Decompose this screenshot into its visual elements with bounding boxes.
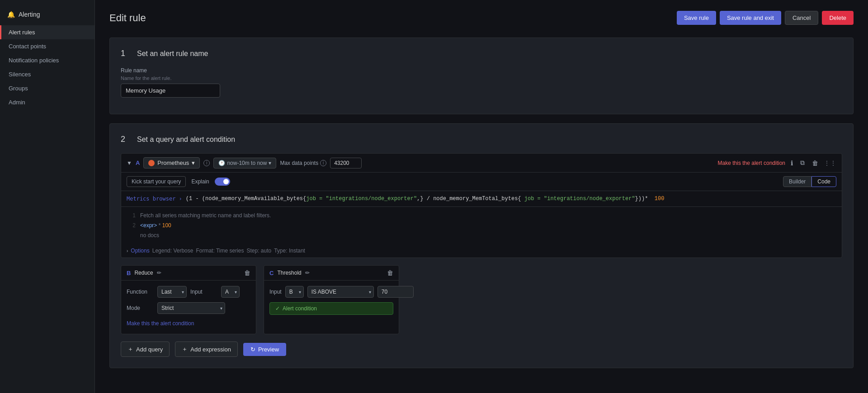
code-mode-button[interactable]: Code [811,176,836,187]
plus-icon-expression: ＋ [182,345,188,353]
expr-c-delete-icon[interactable]: 🗑 [387,269,393,276]
operator-select[interactable]: IS ABOVE IS BELOW IS WITHIN RANGE IS OUT… [307,286,374,298]
expr-b-edit-icon[interactable]: ✏ [157,270,161,276]
query-a-toolbar: Kick start your query Explain Builder Co… [121,173,842,191]
options-label: Options [131,248,149,254]
function-label: Function [127,289,154,295]
input-label-b: Input [190,289,217,295]
expr-card-c-header: C Threshold ✏ 🗑 [264,266,399,281]
save-rule-exit-button[interactable]: Save rule and exit [720,11,781,25]
main-header: Edit rule Save rule Save rule and exit C… [109,11,854,25]
section-1-title: Set an alert rule name [137,49,208,58]
builder-mode-button[interactable]: Builder [783,176,811,187]
sidebar-title: 🔔 Alerting [0,7,94,25]
sidebar-item-groups[interactable]: Groups [0,81,94,95]
sidebar-item-alert-rules[interactable]: Alert rules [0,25,94,39]
query-a-container: ▼ A Prometheus ▾ i 🕐 now-10m to now ▾ Ma… [121,153,842,258]
page-title: Edit rule [109,12,146,24]
sidebar-item-notification-policies[interactable]: Notification policies [0,53,94,67]
bottom-actions: ＋ Add query ＋ Add expression ↻ Preview [121,342,842,357]
cancel-button[interactable]: Cancel [785,11,818,25]
plus-icon-query: ＋ [127,345,133,353]
query-code[interactable]: (1 - (node_memory_MemAvailable_bytes{job… [186,196,836,202]
hint-2-note: no docs [140,232,159,239]
explain-toggle[interactable] [215,178,230,186]
expr-c-edit-icon[interactable]: ✏ [305,270,310,276]
query-a-info-icon[interactable]: ℹ [789,159,795,168]
kick-start-button[interactable]: Kick start your query [127,176,186,187]
rule-name-label: Rule name [121,67,842,74]
function-select[interactable]: Last Mean Sum Min Max Count First [157,286,187,298]
save-rule-button[interactable]: Save rule [677,11,716,25]
preview-button[interactable]: ↻ Preview [243,343,286,356]
section-1: 1 Set an alert rule name Rule name Name … [109,37,854,114]
threshold-value-input[interactable] [377,286,414,298]
datasource-info-icon[interactable]: i [203,160,210,166]
expr-c-input-row: Input B A C IS ABOVE IS BELOW [269,286,393,298]
alert-condition-badge-text: Alert condition [283,305,317,312]
max-points-info-icon[interactable]: i [320,160,326,166]
expr-b-function-row: Function Last Mean Sum Min Max Count Fir… [127,286,250,298]
sidebar: 🔔 Alerting Alert rulesContact pointsNoti… [0,0,95,393]
query-a-drag-handle[interactable]: ⋮⋮ [824,159,836,167]
query-a-label: A [136,159,140,166]
datasource-selector[interactable]: Prometheus ▾ [143,157,200,168]
time-range-chevron-icon: ▾ [269,160,271,166]
delete-button[interactable]: Delete [822,11,854,25]
collapse-arrow-icon[interactable]: ▼ [127,160,132,166]
input-a-select[interactable]: A B C [221,286,240,298]
alert-condition-badge: ✓ Alert condition [269,302,393,315]
rule-name-sublabel: Name for the alert rule. [121,75,842,81]
query-hints: 1 Fetch all series matching metric name … [121,207,842,244]
mode-select[interactable]: Strict Drop NN Replace NN [157,302,225,314]
expr-c-body: Input B A C IS ABOVE IS BELOW [264,281,399,320]
query-a-delete-icon[interactable]: 🗑 [810,159,820,168]
max-data-points-input[interactable] [330,158,362,168]
options-chevron-icon: › [127,248,128,253]
time-range-selector[interactable]: 🕐 now-10m to now ▾ [213,158,276,168]
operator-select-wrap: IS ABOVE IS BELOW IS WITHIN RANGE IS OUT… [307,286,374,298]
make-alert-condition-b[interactable]: Make this the alert condition [127,318,250,328]
add-query-button[interactable]: ＋ Add query [121,342,170,357]
query-a-header: ▼ A Prometheus ▾ i 🕐 now-10m to now ▾ Ma… [121,154,842,173]
expr-c-label: C [269,270,274,276]
expr-b-type: Reduce [134,270,153,276]
expr-c-type: Threshold [277,270,301,276]
expr-card-b: B Reduce ✏ 🗑 Function Last Mean Sum [121,265,256,334]
expr-b-label: B [127,270,131,276]
options-format: Format: Time series [196,248,244,254]
expr-b-delete-icon[interactable]: 🗑 [244,269,250,276]
bell-icon: 🔔 [7,11,15,18]
section-2-title: Set a query and alert condition [137,135,235,144]
expression-cards: B Reduce ✏ 🗑 Function Last Mean Sum [121,265,842,334]
sidebar-item-silences[interactable]: Silences [0,67,94,81]
options-row[interactable]: › Options Legend: Verbose Format: Time s… [121,244,842,257]
alert-condition-link-a[interactable]: Make this the alert condition [718,160,785,166]
query-mode-buttons: Builder Code [783,176,836,187]
header-actions: Save rule Save rule and exit Cancel Dele… [677,11,854,25]
main-content: Edit rule Save rule Save rule and exit C… [95,0,868,393]
section-2-number: 2 [121,135,130,144]
query-a-copy-icon[interactable]: ⧉ [798,158,807,168]
rule-name-group: Rule name Name for the alert rule. [121,67,842,98]
section-2-header: 2 Set a query and alert condition [121,135,842,144]
input-b-select[interactable]: B A C [285,286,304,298]
datasource-chevron-icon: ▾ [192,159,195,166]
rule-name-input[interactable] [121,84,220,98]
metrics-browser-link[interactable]: Metrics browser › [127,196,182,202]
add-expression-button[interactable]: ＋ Add expression [175,342,238,357]
input-a-select-wrap: A B C [221,286,240,298]
time-range-value: now-10m to now [227,160,267,166]
explain-label: Explain [191,178,209,185]
clock-icon: 🕐 [218,160,225,166]
options-step: Step: auto [246,248,271,254]
max-data-points-label: Max data points i [280,160,326,166]
input-b-select-wrap: B A C [285,286,304,298]
sidebar-item-admin[interactable]: Admin [0,95,94,109]
mode-select-wrap: Strict Drop NN Replace NN [157,302,225,314]
section-1-number: 1 [121,49,130,58]
hint-line-2: 2 <expr> * 100 [127,220,836,230]
sidebar-item-contact-points[interactable]: Contact points [0,39,94,53]
datasource-name: Prometheus [157,159,189,166]
mode-label: Mode [127,305,154,311]
